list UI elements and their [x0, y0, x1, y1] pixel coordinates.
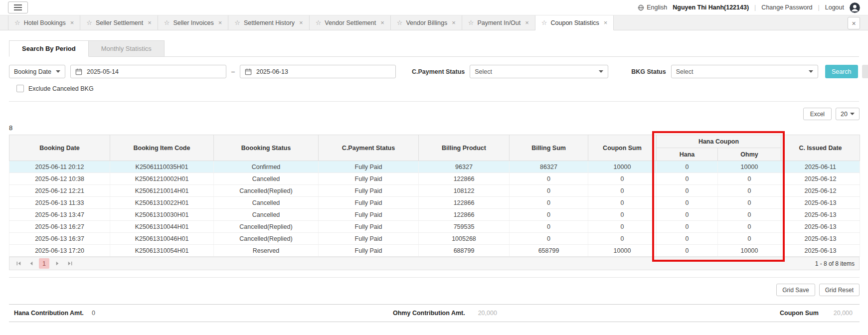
tab-close-icon[interactable]: ×: [299, 19, 303, 26]
col-header-booking-date[interactable]: Booking Date: [9, 135, 110, 161]
table-row[interactable]: 2025-06-13 17:20K25061310054H01ReservedF…: [9, 245, 860, 257]
table-cell: 0: [657, 185, 718, 197]
table-cell: Fully Paid: [319, 209, 419, 221]
avatar[interactable]: [850, 2, 860, 13]
table-row[interactable]: 2025-06-12 12:21K25061210014H01Cancelled…: [9, 185, 860, 197]
table-cell: 2025-06-13 17:20: [9, 245, 110, 257]
pager-info: 1 - 8 of 8 items: [815, 260, 855, 267]
table-cell: 2025-06-11: [781, 161, 860, 173]
tab-coupon-statistics[interactable]: ☆Coupon Statistics×: [535, 15, 614, 30]
tab-label: Coupon Statistics: [551, 19, 599, 26]
last-page-button[interactable]: [65, 259, 74, 268]
coupon-sum-value: 20,000: [834, 310, 853, 317]
star-icon: ☆: [86, 19, 92, 26]
exclude-canceled-checkbox[interactable]: [16, 85, 24, 92]
language-switcher[interactable]: English: [638, 4, 667, 11]
date-from-input[interactable]: 2025-05-14: [70, 65, 226, 78]
tab-close-icon[interactable]: ×: [148, 19, 152, 26]
search-button[interactable]: Search: [825, 65, 858, 78]
tab-close-icon[interactable]: ×: [452, 19, 456, 26]
close-tabs-button[interactable]: ×: [848, 17, 860, 29]
tab-close-icon[interactable]: ×: [604, 19, 608, 26]
tab-vendor-billings[interactable]: ☆Vendor Billings×: [391, 15, 462, 30]
table-cell: 2025-06-13: [781, 209, 860, 221]
bkg-status-select[interactable]: Select: [671, 65, 818, 78]
table-cell: 0: [718, 221, 781, 233]
logout-link[interactable]: Logout: [825, 4, 844, 11]
tab-monthly-statistics[interactable]: Monthly Statistics: [89, 40, 165, 56]
table-row[interactable]: 2025-06-12 10:38K25061210002H01Cancelled…: [9, 173, 860, 185]
payment-status-select[interactable]: Select: [470, 65, 608, 78]
prev-page-button[interactable]: [26, 259, 35, 268]
table-cell: 0: [510, 197, 588, 209]
table-row[interactable]: 2025-06-13 16:27K25061310044H01Cancelled…: [9, 221, 860, 233]
filter-buttons: Search Reset: [825, 65, 868, 78]
tab-label: Hotel Bookings: [24, 19, 66, 26]
table-cell: Fully Paid: [319, 245, 419, 257]
change-password-link[interactable]: Change Password: [761, 4, 812, 11]
col-header-issued-date[interactable]: C. Issued Date: [781, 135, 860, 161]
table-cell: 122866: [419, 209, 510, 221]
col-header-booking-status[interactable]: Boooking Status: [214, 135, 319, 161]
hana-contribution-value: 0: [92, 310, 95, 317]
page-size-select[interactable]: 20: [836, 108, 860, 120]
date-range-separator: –: [231, 68, 235, 75]
date-to-input[interactable]: 2025-06-13: [240, 65, 396, 78]
tab-close-icon[interactable]: ×: [525, 19, 529, 26]
chevron-down-icon: [850, 113, 855, 115]
tab-search-by-period[interactable]: Search By Period: [9, 40, 89, 57]
table-cell: 0: [718, 197, 781, 209]
table-row[interactable]: 2025-06-13 13:47K25061310030H01Cancelled…: [9, 209, 860, 221]
tab-seller-settlement[interactable]: ☆Seller Settlement×: [80, 15, 158, 30]
col-header-booking-item-code[interactable]: Booking Item Code: [110, 135, 214, 161]
grid: Booking Date Booking Item Code Boooking …: [9, 135, 860, 270]
table-row[interactable]: 2025-06-13 16:37K25061310046H01Cancelled…: [9, 233, 860, 245]
tab-close-icon[interactable]: ×: [70, 19, 74, 26]
tab-settlement-history[interactable]: ☆Settlement History×: [228, 15, 309, 30]
table-cell: Confirmed: [214, 161, 319, 173]
tab-seller-invoices[interactable]: ☆Seller Invoices×: [158, 15, 229, 30]
table-cell: 2025-06-13 16:37: [9, 233, 110, 245]
date-type-select[interactable]: Booking Date: [9, 65, 65, 78]
current-page-button[interactable]: 1: [39, 258, 49, 269]
excel-export-button[interactable]: Excel: [803, 108, 832, 120]
col-header-ohmy[interactable]: Ohmy: [718, 148, 781, 161]
table-cell: 2025-06-12: [781, 185, 860, 197]
col-header-billing-product[interactable]: Billing Product: [419, 135, 510, 161]
exclude-canceled-label: Exclude Canceled BKG: [28, 85, 94, 92]
table-cell: 122866: [419, 173, 510, 185]
table-cell: 0: [510, 173, 588, 185]
tab-payment-in-out[interactable]: ☆Payment In/Out×: [462, 15, 535, 30]
table-cell: 0: [510, 233, 588, 245]
grid-save-button[interactable]: Grid Save: [776, 284, 815, 296]
table-cell: 0: [718, 233, 781, 245]
col-header-coupon-sum[interactable]: Coupon Sum: [588, 135, 657, 161]
tab-hotel-bookings[interactable]: ☆Hotel Bookings×: [8, 15, 80, 30]
table-cell: K25061310054H01: [110, 245, 214, 257]
hana-contribution-label: Hana Contribution Amt.: [9, 310, 85, 317]
hamburger-menu-button[interactable]: [8, 1, 28, 13]
tab-vendor-settlement[interactable]: ☆Vendor Settlement×: [310, 15, 391, 30]
first-page-button[interactable]: [14, 259, 23, 268]
table-row[interactable]: 2025-06-13 11:33K25061310022H01Cancelled…: [9, 197, 860, 209]
tab-close-icon[interactable]: ×: [218, 19, 222, 26]
tab-close-icon[interactable]: ×: [380, 19, 384, 26]
col-header-hana[interactable]: Hana: [657, 148, 718, 161]
table-cell: 0: [588, 197, 657, 209]
table-cell: 0: [588, 209, 657, 221]
col-header-billing-sum[interactable]: Billing Sum: [510, 135, 588, 161]
date-from-value: 2025-05-14: [87, 68, 119, 75]
table-cell: 0: [657, 245, 718, 257]
table-cell: 122866: [419, 197, 510, 209]
table-cell: 2025-06-13: [781, 245, 860, 257]
col-header-payment-status[interactable]: C.Payment Status: [319, 135, 419, 161]
table-cell: 10000: [588, 161, 657, 173]
reset-button[interactable]: Reset: [862, 65, 868, 78]
language-label: English: [647, 4, 667, 11]
grid-reset-button[interactable]: Grid Reset: [819, 284, 860, 296]
table-row[interactable]: 2025-06-11 20:12K25061110035H01Confirmed…: [9, 161, 860, 173]
table-cell: Fully Paid: [319, 233, 419, 245]
next-page-icon: [55, 261, 60, 266]
next-page-button[interactable]: [53, 259, 62, 268]
hamburger-icon: [14, 4, 22, 5]
